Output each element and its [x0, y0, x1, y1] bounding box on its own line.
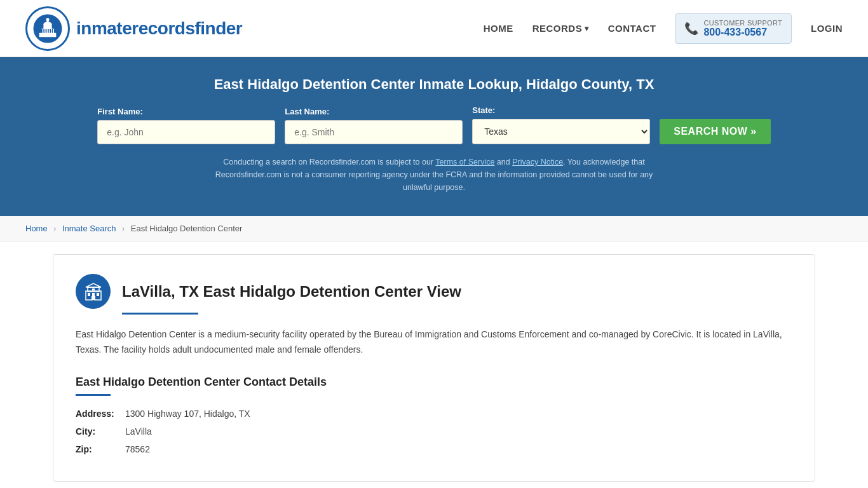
breadcrumb: Home › Inmate Search › East Hidalgo Dete…	[0, 216, 868, 241]
first-name-group: First Name:	[97, 107, 275, 144]
svg-rect-14	[88, 293, 90, 296]
support-phone: 800-433-0567	[703, 27, 782, 38]
svg-rect-12	[52, 29, 53, 32]
hero-section: East Hidalgo Detention Center Inmate Loo…	[0, 57, 868, 216]
customer-support-button[interactable]: 📞 CUSTOMER SUPPORT 800-433-0567	[675, 13, 792, 44]
facility-icon	[76, 274, 111, 309]
logo-text: inmaterecordsfinder	[76, 18, 242, 39]
nav-login[interactable]: LOGIN	[811, 23, 843, 34]
facility-title: LaVilla, TX East Hidalgo Detention Cente…	[122, 283, 461, 301]
logo-icon	[25, 6, 70, 51]
contact-section: East Hidalgo Detention Center Contact De…	[76, 376, 792, 454]
city-label: City:	[76, 426, 120, 437]
address-row: Address: 1300 Highway 107, Hidalgo, TX	[76, 409, 792, 419]
first-name-input[interactable]	[97, 120, 275, 144]
facility-description: East Hidalgo Detention Center is a mediu…	[76, 327, 792, 358]
content-card: LaVilla, TX East Hidalgo Detention Cente…	[53, 254, 815, 482]
last-name-label: Last Name:	[285, 107, 463, 116]
nav-contact[interactable]: CONTACT	[608, 23, 656, 34]
state-label: State:	[472, 105, 650, 115]
svg-rect-18	[92, 288, 95, 290]
disclaimer-text: Conducting a search on Recordsfinder.com…	[212, 156, 656, 194]
zip-value: 78562	[125, 444, 150, 454]
svg-rect-8	[43, 29, 44, 32]
svg-rect-10	[48, 29, 49, 32]
contact-section-title: East Hidalgo Detention Center Contact De…	[76, 376, 792, 389]
logo-area[interactable]: inmaterecordsfinder	[25, 6, 242, 51]
breadcrumb-sep-1: ›	[53, 224, 56, 233]
last-name-group: Last Name:	[285, 107, 463, 144]
contact-underline	[76, 394, 111, 396]
zip-label: Zip:	[76, 444, 120, 454]
main-content: LaVilla, TX East Hidalgo Detention Cente…	[27, 241, 841, 488]
address-label: Address:	[76, 409, 120, 419]
svg-rect-15	[92, 293, 95, 296]
phone-icon: 📞	[684, 22, 698, 36]
first-name-label: First Name:	[97, 107, 275, 116]
breadcrumb-current: East Hidalgo Detention Center	[131, 224, 243, 233]
svg-rect-7	[41, 29, 43, 32]
title-underline	[122, 313, 198, 315]
svg-rect-1	[39, 32, 57, 37]
search-button[interactable]: SEARCH NOW »	[660, 119, 770, 144]
svg-rect-11	[50, 29, 51, 32]
svg-marker-19	[86, 283, 101, 287]
search-form: First Name: Last Name: State: Texas Alab…	[25, 105, 843, 144]
svg-point-6	[46, 18, 50, 21]
last-name-input[interactable]	[285, 120, 463, 144]
breadcrumb-home[interactable]: Home	[25, 224, 48, 233]
site-header: inmaterecordsfinder HOME RECORDS ▾ CONTA…	[0, 0, 868, 57]
page-title: East Hidalgo Detention Center Inmate Loo…	[25, 76, 843, 93]
breadcrumb-sep-2: ›	[122, 224, 125, 233]
privacy-link[interactable]: Privacy Notice	[512, 158, 563, 166]
terms-link[interactable]: Terms of Service	[435, 158, 494, 166]
state-group: State: Texas Alabama Alaska Arizona Cali…	[472, 105, 650, 144]
nav-home[interactable]: HOME	[484, 23, 513, 34]
breadcrumb-inmate-search[interactable]: Inmate Search	[62, 224, 116, 233]
state-select[interactable]: Texas Alabama Alaska Arizona California …	[472, 119, 650, 144]
address-value: 1300 Highway 107, Hidalgo, TX	[125, 409, 250, 419]
chevron-down-icon: ▾	[585, 24, 589, 33]
main-nav: HOME RECORDS ▾ CONTACT 📞 CUSTOMER SUPPOR…	[484, 13, 843, 44]
svg-rect-21	[92, 296, 95, 300]
support-label: CUSTOMER SUPPORT	[703, 19, 782, 27]
city-value: LaVilla	[125, 426, 152, 437]
nav-records[interactable]: RECORDS ▾	[532, 23, 589, 34]
svg-rect-9	[46, 29, 47, 32]
facility-header: LaVilla, TX East Hidalgo Detention Cente…	[76, 274, 792, 309]
city-row: City: LaVilla	[76, 426, 792, 437]
svg-rect-16	[97, 293, 99, 296]
zip-row: Zip: 78562	[76, 444, 792, 454]
